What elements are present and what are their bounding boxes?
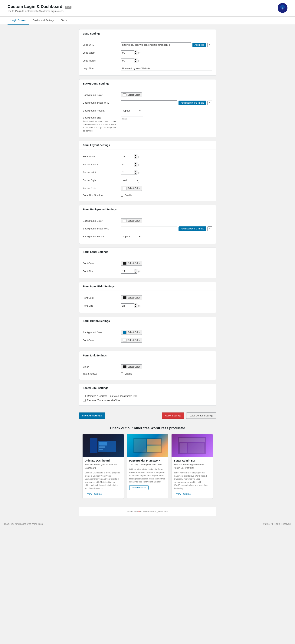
bg-image-url-input[interactable] (121, 100, 178, 105)
form-bg-image-url-input[interactable] (121, 226, 178, 231)
form-bg-repeat-select[interactable]: repeat no-repeat repeat-x repeat-y (121, 234, 141, 239)
logo-height-input[interactable] (121, 58, 134, 63)
link-text-shadow-checkbox[interactable] (121, 372, 123, 375)
tab-tools[interactable]: Tools (58, 16, 70, 24)
logo-height-label: Logo Height (83, 59, 121, 62)
footer-back-checkbox[interactable] (83, 399, 86, 402)
footer-link-settings-body: Remove "Register | Lost your password?" … (79, 392, 216, 406)
nav-tabs: Login Screen Dashboard Settings Tools (0, 16, 295, 25)
input-font-size-down[interactable]: ▼ (134, 306, 137, 308)
logo-width-unit: px (138, 51, 141, 54)
border-width-input[interactable] (121, 170, 134, 175)
logo-width-down[interactable]: ▼ (134, 53, 137, 55)
label-font-color-label: Font Color (83, 262, 121, 265)
form-bg-color-button[interactable]: Select Color (121, 218, 142, 223)
tab-login-screen[interactable]: Login Screen (7, 16, 29, 24)
bg-repeat-select[interactable]: repeat no-repeat repeat-x repeat-y (121, 108, 141, 113)
form-width-down[interactable]: ▼ (134, 156, 137, 159)
footer-link-settings-header: Footer Link Settings (79, 384, 216, 392)
form-bg-color-label: Background Color (83, 220, 121, 222)
logo-height-wrap: ▲ ▼ (121, 58, 137, 63)
border-color-button[interactable]: Select Color (121, 186, 142, 191)
form-width-control: ▲ ▼ px (121, 154, 212, 159)
remove-form-bg-image-button[interactable]: × (207, 226, 212, 231)
add-bg-image-button[interactable]: Add Background Image (179, 100, 206, 105)
promo-card-img-better-admin (172, 434, 213, 457)
logo-height-up[interactable]: ▲ (134, 58, 137, 60)
footer-register-label: Remove "Register | Lost your password?" … (87, 394, 137, 398)
form-bg-image-url-label: Background Image URL (83, 227, 121, 230)
label-font-color-button[interactable]: Select Color (121, 261, 142, 266)
logo-url-row: Logo URL Add Logo × (83, 41, 212, 49)
promo-view-ultimate-button[interactable]: View Features (85, 492, 104, 496)
form-width-input[interactable] (121, 154, 134, 159)
border-radius-input[interactable] (121, 162, 134, 167)
button-bg-color-button[interactable]: Select Color (121, 330, 142, 335)
load-default-button[interactable]: Load Default Settings (186, 412, 216, 419)
border-style-select[interactable]: solid dashed dotted none (121, 178, 139, 183)
link-color-button[interactable]: Select Color (121, 364, 142, 369)
promo-cards: Ultimate Dashboard Fully customize your … (79, 434, 216, 499)
border-color-swatch (123, 187, 126, 190)
input-font-size-up[interactable]: ▲ (134, 304, 137, 306)
border-radius-down[interactable]: ▼ (134, 164, 137, 166)
label-font-size-unit: px (138, 270, 141, 272)
promo-card-desc-page-builder: With its minimalistic design the Page Bu… (129, 468, 166, 484)
bg-color-label: Background Color (83, 94, 121, 96)
link-color-label-text: Select Color (128, 366, 140, 368)
form-bg-image-url-control: Add Background Image × (121, 226, 212, 231)
promo-card-title-page-builder: Page Builder Framework (129, 459, 166, 462)
input-font-size-row: Font Size ▲ ▼ px (83, 302, 212, 310)
plugin-subtitle: The #1 Plugin to customize the WordPress… (7, 10, 71, 12)
logo-url-control: Add Logo × (121, 42, 212, 47)
button-font-color-button[interactable]: Select Color (121, 338, 142, 343)
form-width-up[interactable]: ▲ (134, 154, 137, 156)
border-width-down[interactable]: ▼ (134, 172, 137, 174)
svg-text:e: e (282, 6, 284, 10)
logo-url-input[interactable] (121, 42, 192, 47)
bg-color-button[interactable]: Select Color (121, 92, 142, 97)
remove-bg-image-button[interactable]: × (207, 100, 212, 105)
border-radius-up[interactable]: ▲ (134, 162, 137, 164)
site-footer-text: Made with ♥ in Aschaffenburg, Germany (127, 510, 168, 513)
bg-size-input[interactable] (121, 116, 143, 121)
form-label-settings-body: Font Color Select Color Font Size ▲ ▼ (79, 256, 216, 278)
svg-rect-14 (180, 443, 187, 453)
border-color-row: Border Color Select Color (83, 184, 212, 192)
logo-width-up[interactable]: ▲ (134, 50, 137, 53)
footer-register-checkbox[interactable] (83, 395, 86, 398)
add-logo-button[interactable]: Add Logo (192, 43, 206, 47)
svg-rect-9 (134, 439, 146, 452)
tab-dashboard-settings[interactable]: Dashboard Settings (30, 16, 57, 24)
form-input-settings-card: Form Input Field Settings Font Color Sel… (79, 282, 216, 313)
wp-footer: Thank you for creating with WordPress. ©… (0, 520, 295, 528)
promo-view-page-builder-button[interactable]: View Features (129, 485, 149, 490)
promo-view-better-admin-button[interactable]: View Features (174, 492, 193, 496)
label-font-color-control: Select Color (121, 261, 212, 266)
input-font-size-input[interactable] (121, 304, 134, 308)
form-box-shadow-checkbox-label: Enable (125, 194, 132, 196)
form-button-settings-body: Background Color Select Color Font Color… (79, 325, 216, 347)
input-font-color-row: Font Color Select Color (83, 294, 212, 302)
label-font-color-swatch (123, 262, 126, 265)
logo-title-input[interactable] (121, 66, 212, 71)
logo-width-input[interactable] (121, 50, 134, 55)
remove-logo-button[interactable]: × (207, 43, 212, 47)
main-content: Logo Settings Logo URL Add Logo × Logo W… (76, 29, 219, 516)
input-font-color-button[interactable]: Select Color (121, 295, 142, 300)
label-font-size-up[interactable]: ▲ (134, 269, 137, 271)
label-font-size-input[interactable] (121, 269, 134, 274)
plugin-title: Custom Login & Dashboard (7, 4, 62, 9)
reset-settings-button[interactable]: Reset Settings (162, 412, 184, 419)
promo-card-body-page-builder: Page Builder Framework The only Theme yo… (127, 457, 168, 492)
form-bg-image-url-row: Background Image URL Add Background Imag… (83, 225, 212, 232)
button-font-color-label: Font Color (83, 339, 121, 342)
label-font-size-down[interactable]: ▼ (134, 271, 137, 274)
input-font-color-control: Select Color (121, 295, 212, 300)
save-all-button[interactable]: Save All Settings (79, 412, 105, 419)
logo-height-down[interactable]: ▼ (134, 60, 137, 63)
add-form-bg-image-button[interactable]: Add Background Image (179, 226, 206, 231)
form-box-shadow-checkbox[interactable] (121, 194, 123, 196)
form-layout-settings-header: Form Layout Settings (79, 141, 216, 150)
border-width-up[interactable]: ▲ (134, 170, 137, 172)
